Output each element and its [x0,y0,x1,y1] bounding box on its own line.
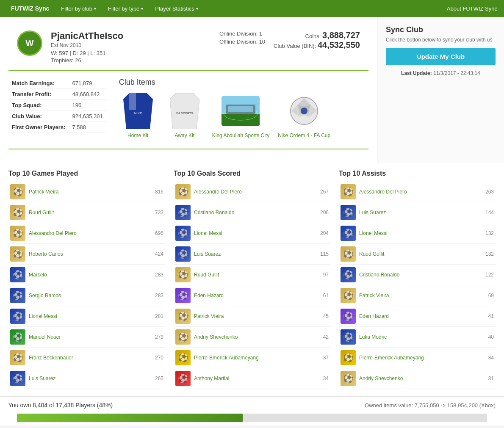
stats-row: Transfer Profit:48,660,842 [8,89,106,100]
top10-goals-title: Top 10 Goals Scored [174,170,330,177]
player-name[interactable]: Alessandro Del Piero [359,189,482,195]
player-name[interactable]: Pierre-Emerick Aubameyang [359,355,485,361]
svg-rect-6 [222,114,260,126]
nav-brand[interactable]: FUTWIZ Sync [7,0,53,17]
club-item-label[interactable]: Home Kit [127,133,148,138]
stats-row: Match Earnings:671,879 [8,78,106,89]
player-row: ⚽ Marcelo 283 [8,265,165,285]
player-stat: 61 [323,293,329,298]
club-value-value: 44,532,550 [318,40,360,50]
player-name[interactable]: Luis Suarez [359,210,482,215]
update-my-club-button[interactable]: Update My Club [386,48,496,65]
player-name[interactable]: Luis Suarez [29,376,152,381]
player-row: ⚽ Lionel Messi 281 [8,306,165,327]
player-stat: 37 [323,355,329,361]
player-stat: 34 [323,376,329,381]
player-avatar: ⚽ [175,309,191,324]
player-name[interactable]: Andriy Shevchenko [359,376,485,381]
player-name[interactable]: Anthony Martial [194,376,320,381]
chevron-down-icon: ▾ [196,6,198,11]
player-avatar: ⚽ [10,226,25,241]
player-stat: 132 [485,230,494,236]
player-row: ⚽ Andriy Shevchenko 42 [174,327,330,348]
coins-value: 3,888,727 [322,30,360,40]
player-row: ⚽ Luis Suarez 265 [8,368,165,389]
svg-marker-3 [170,93,199,129]
player-name[interactable]: Ruud Gullit [194,272,320,278]
player-stat: 41 [488,313,494,319]
svg-text:NIKE: NIKE [134,111,142,115]
player-stat: 263 [485,189,494,195]
club-item-label[interactable]: King Abdullah Sports City [212,133,269,138]
club-item-label[interactable]: Away Kit [175,133,194,138]
player-name[interactable]: Luis Suarez [194,251,317,257]
top10-assists-col: Top 10 Assists ⚽ Alessandro Del Piero 26… [339,170,496,389]
svg-text:EA SPORTS: EA SPORTS [176,112,193,115]
club-item: NIKE Home Kit [119,92,157,138]
player-name[interactable]: Patrick Vieira [194,313,320,319]
player-name[interactable]: Luka Modric [359,334,485,340]
stadium-img [222,92,260,130]
player-stat: 115 [320,251,329,257]
nav-player-statistics[interactable]: Player Statistics ▾ [151,0,202,17]
player-avatar: ⚽ [341,246,356,262]
player-row: ⚽ Ruud Gullit 132 [339,244,496,265]
player-row: ⚽ Eden Hazard 61 [174,285,330,306]
player-name[interactable]: Ruud Gullit [359,251,482,257]
club-item-label[interactable]: Nike Ordem 4 - FA Cup [278,133,330,138]
club-logo: W [17,30,42,56]
player-name[interactable]: Patrick Vieira [29,189,152,195]
player-name[interactable]: Andriy Shevchenko [194,334,320,340]
club-value-label: Club Value (BIN): [274,43,316,49]
player-name[interactable]: Eden Hazard [359,313,485,319]
player-name[interactable]: Sergio Ramos [29,293,152,298]
sync-desc: Click the button below to sync your club… [386,37,496,43]
player-row: ⚽ Andriy Shevchenko 31 [339,368,496,389]
player-avatar: ⚽ [10,309,25,324]
player-stat: 267 [320,189,329,195]
player-name[interactable]: Pierre-Emerick Aubameyang [194,355,320,361]
progress-container [0,414,504,425]
player-name[interactable]: Franz Beckenbauer [29,355,152,361]
club-name: PjanicAtTheIsco [51,30,202,41]
nav-filter-type[interactable]: Filter by type ▾ [104,0,147,17]
player-name[interactable]: Cristiano Ronaldo [194,210,317,215]
player-row: ⚽ Manuel Neuer 279 [8,327,165,348]
sync-sidebar: Sync Club Click the button below to sync… [377,17,504,163]
coins-section: Coins: 3,888,727 Club Value (BIN): 44,53… [274,30,360,50]
player-stat: 206 [320,210,329,215]
nav-filter-club[interactable]: Filter by club ▾ [57,0,100,17]
player-avatar: ⚽ [341,184,356,199]
player-name[interactable]: Lionel Messi [29,313,152,319]
top10-goals-list: ⚽ Alessandro Del Piero 267 ⚽ Cristiano R… [174,182,330,389]
player-stat: 733 [155,210,163,215]
player-name[interactable]: Manuel Neuer [29,334,152,340]
player-row: ⚽ Ruud Gullit 733 [8,202,165,223]
player-name[interactable]: Cristiano Ronaldo [359,272,482,278]
player-name[interactable]: Lionel Messi [194,230,317,236]
player-name[interactable]: Patrick Vieira [359,293,485,298]
footer-bar: You own 8,404 of 17,438 Players (48%) Ow… [0,396,504,414]
player-row: ⚽ Alessandro Del Piero 267 [174,182,330,202]
sync-title: Sync Club [386,25,496,34]
club-stats: W: 597 | D: 29 | L: 351 Trophies: 26 [51,50,202,64]
kit-away-img: EA SPORTS [166,92,204,130]
player-name[interactable]: Lionel Messi [359,230,482,236]
player-name[interactable]: Ruud Gullit [29,210,152,215]
player-stat: 34 [488,355,494,361]
player-avatar: ⚽ [10,350,25,365]
player-name[interactable]: Alessandro Del Piero [29,230,152,236]
player-name[interactable]: Marcelo [29,272,152,278]
player-name[interactable]: Alessandro Del Piero [194,189,317,195]
nav-about[interactable]: About FUTWIZ Sync [447,6,497,12]
svg-marker-1 [129,93,136,110]
player-avatar: ⚽ [175,246,191,262]
player-stat: 42 [323,334,329,340]
kit-home-img: NIKE [119,92,157,130]
player-name[interactable]: Roberto Carlos [29,251,152,257]
player-avatar: ⚽ [175,184,191,199]
svg-point-12 [301,108,307,114]
chevron-down-icon: ▾ [141,6,143,11]
player-name[interactable]: Eden Hazard [194,293,320,298]
player-avatar: ⚽ [341,226,356,241]
